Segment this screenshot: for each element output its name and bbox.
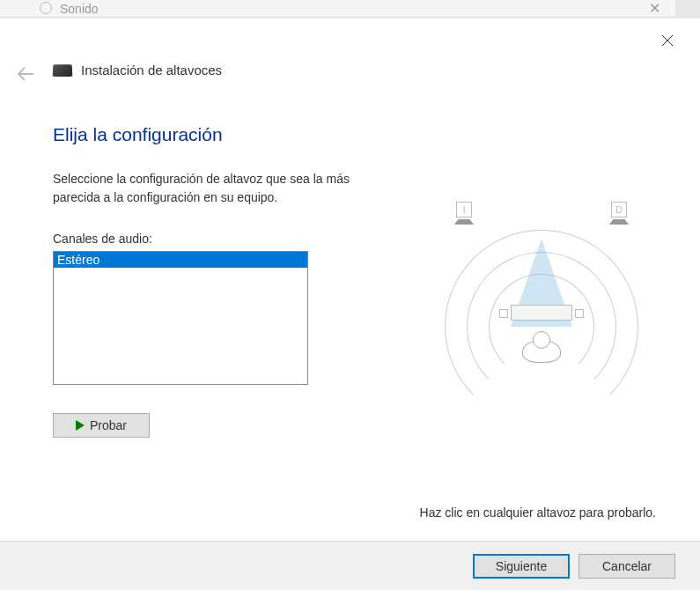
description-text: Seleccione la configuración de altavoz q… [53,170,396,207]
page-heading: Elija la configuración [53,124,665,145]
background-window: Sonido ✕ [0,0,700,18]
speaker-setup-dialog: Instalación de altavoces Elija la config… [0,18,700,590]
bg-window-title: Sonido [60,2,99,16]
audio-channels-listbox[interactable]: Estéreo [53,251,308,385]
next-button[interactable]: Siguiente [473,554,570,579]
desk-icon [575,309,584,318]
hint-text: Haz clic en cualquier altavoz para proba… [420,505,656,520]
right-speaker[interactable]: D [607,202,631,225]
desk-icon [511,305,572,321]
right-speaker-label: D [611,202,627,218]
desk-icon [499,309,508,318]
dialog-header: Instalación de altavoces [53,63,222,77]
sound-icon [40,2,52,14]
back-button[interactable] [16,64,35,87]
left-speaker[interactable]: I [452,202,476,225]
left-speaker-label: I [456,202,472,218]
play-icon [76,420,85,431]
person-icon [533,331,550,349]
list-item[interactable]: Estéreo [54,252,307,268]
speaker-device-icon [53,64,73,77]
bg-scrollbar [675,0,700,18]
close-button[interactable] [654,29,681,55]
cancel-button[interactable]: Cancelar [578,554,675,579]
dialog-footer: Siguiente Cancelar [0,541,700,590]
speaker-diagram: I D [427,186,656,406]
bg-close-icon: ✕ [649,0,660,17]
dialog-title: Instalación de altavoces [81,63,222,77]
test-button[interactable]: Probar [53,413,150,438]
speaker-stand-icon [609,219,629,225]
speaker-stand-icon [454,219,474,225]
test-button-label: Probar [90,418,127,432]
